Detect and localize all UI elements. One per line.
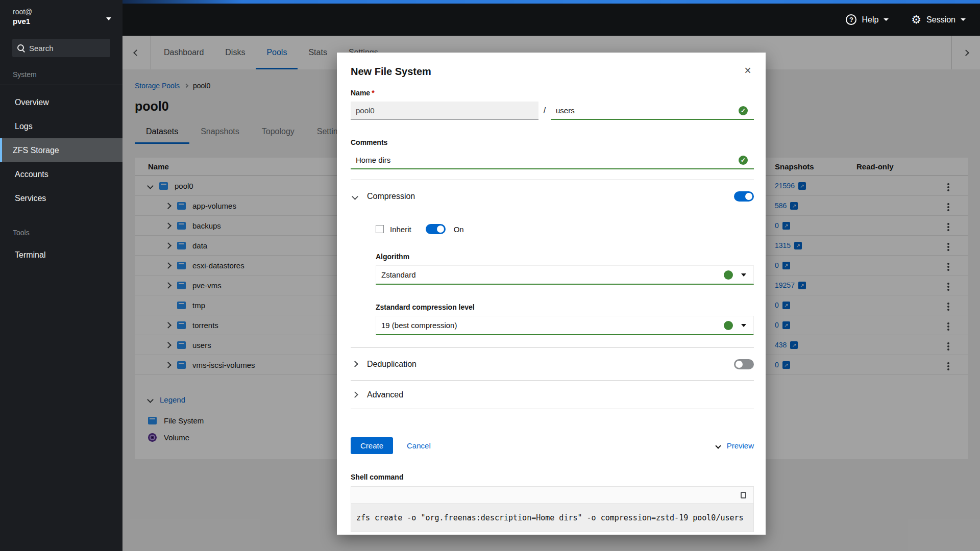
cancel-button[interactable]: Cancel (407, 441, 431, 450)
sidebar-search[interactable] (12, 39, 110, 57)
chevron-down-icon (106, 17, 111, 20)
algorithm-select[interactable]: Zstandard (376, 265, 754, 285)
sidebar-item-terminal[interactable]: Terminal (0, 243, 122, 267)
gear-icon (911, 14, 921, 26)
valid-check-icon (724, 270, 733, 280)
create-button[interactable]: Create (351, 437, 393, 454)
shell-command-text: zfs create -o "org.freenas:description=H… (356, 513, 744, 522)
sidebar-item-logs[interactable]: Logs (0, 114, 122, 138)
shell-command-block: zfs create -o "org.freenas:description=H… (351, 486, 754, 532)
advanced-section-header[interactable]: Advanced (351, 381, 754, 409)
chevron-down-icon (715, 443, 721, 448)
nav-section-system: System (0, 70, 122, 85)
compression-level-label: Zstandard compression level (376, 303, 754, 311)
shell-command-label: Shell command (351, 473, 754, 481)
valid-check-icon (724, 321, 733, 330)
chevron-down-icon (884, 18, 889, 21)
sidebar-item-overview[interactable]: Overview (0, 90, 122, 114)
session-menu[interactable]: Session (911, 14, 966, 26)
comments-field[interactable] (351, 151, 754, 169)
toggle-state-label: On (454, 225, 464, 234)
algorithm-label: Algorithm (376, 253, 754, 261)
comments-label: Comments (351, 138, 754, 146)
chevron-right-icon (352, 391, 358, 398)
search-input[interactable] (29, 44, 101, 53)
masthead: Help Session (122, 0, 980, 36)
file-system-name-field[interactable] (551, 102, 754, 120)
compression-on-toggle[interactable] (426, 224, 446, 234)
compression-section-header[interactable]: Compression (351, 180, 754, 213)
path-separator: / (538, 106, 551, 115)
help-menu[interactable]: Help (846, 14, 889, 25)
sidebar-item-services[interactable]: Services (0, 186, 122, 210)
preview-toggle[interactable]: Preview (716, 441, 754, 450)
search-icon (17, 44, 25, 52)
compression-level-select[interactable]: 19 (best compression) (376, 316, 754, 335)
host-switcher[interactable]: root@ pve1 (0, 0, 122, 32)
nav-section-tools: Tools (0, 229, 122, 243)
chevron-down-icon (961, 18, 966, 21)
inherit-label: Inherit (390, 225, 411, 234)
compression-toggle[interactable] (734, 191, 754, 202)
valid-check-icon (739, 106, 748, 115)
inherit-checkbox[interactable] (376, 225, 384, 233)
chevron-right-icon (352, 361, 358, 367)
valid-check-icon (739, 156, 748, 165)
hostname: pve1 (13, 16, 112, 27)
username: root@ (13, 7, 112, 16)
copy-icon[interactable] (741, 492, 746, 498)
chevron-down-icon (352, 193, 358, 200)
deduplication-toggle[interactable] (734, 359, 754, 369)
required-mark: * (372, 89, 374, 97)
new-file-system-modal: New File System Name* / Comments Compres… (337, 53, 766, 535)
top-accent-bar (122, 0, 980, 4)
name-label: Name* (351, 89, 754, 97)
close-icon[interactable] (740, 63, 755, 78)
sidebar-item-zfs-storage[interactable]: ZFS Storage (0, 138, 122, 162)
modal-title: New File System (351, 53, 754, 78)
pool-prefix-field (351, 102, 538, 120)
sidebar-item-accounts[interactable]: Accounts (0, 162, 122, 186)
deduplication-section-header[interactable]: Deduplication (351, 348, 754, 381)
sidebar: root@ pve1 System Overview Logs ZFS Stor… (0, 0, 122, 551)
help-icon (846, 14, 856, 25)
